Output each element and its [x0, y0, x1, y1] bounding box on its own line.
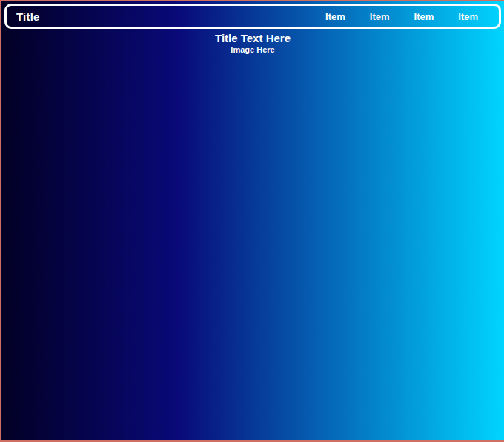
nav-item-3[interactable]: Item — [414, 11, 434, 22]
nav-list-item: Item — [458, 10, 478, 23]
navbar-brand[interactable]: Title — [16, 10, 40, 23]
nav-item-2[interactable]: Item — [370, 11, 390, 22]
navbar: Title Item Item Item Item — [4, 4, 501, 29]
hero-subtitle: Image Here — [1, 44, 504, 55]
hero-section: Title Text Here Image Here — [1, 33, 504, 55]
navbar-links: Item Item Item Item — [325, 10, 478, 23]
nav-item-1[interactable]: Item — [325, 11, 345, 22]
nav-item-4[interactable]: Item — [458, 11, 478, 22]
nav-list-item: Item — [325, 10, 345, 23]
page: Title Item Item Item Item Title Text Her… — [0, 0, 504, 442]
nav-list-item: Item — [370, 10, 390, 23]
hero-title: Title Text Here — [1, 33, 504, 44]
nav-list-item: Item — [414, 10, 434, 23]
